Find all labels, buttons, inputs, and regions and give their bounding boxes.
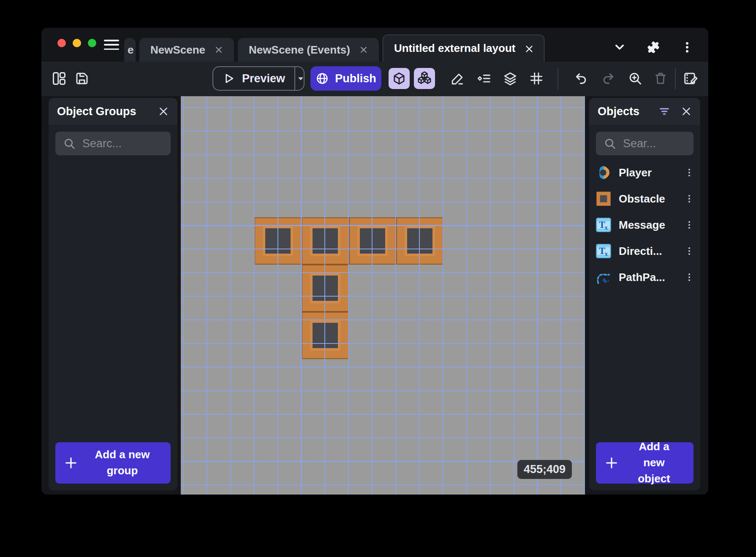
edit-scene-icon[interactable] — [680, 68, 702, 89]
redo-icon[interactable] — [597, 68, 619, 89]
traffic-lights — [57, 39, 96, 47]
preview-dropdown-button[interactable] — [294, 67, 306, 90]
maximize-window-button[interactable] — [88, 39, 96, 47]
close-window-button[interactable] — [57, 39, 66, 47]
tab-hidden-partial[interactable]: e — [124, 38, 136, 62]
object-groups-panel: Object Groups Add a new group — [49, 98, 177, 490]
obstacle-sprite-icon — [595, 190, 612, 207]
object-groups-title: Object Groups — [57, 105, 150, 118]
extensions-puzzle-icon[interactable] — [647, 41, 660, 54]
obstacle-tile-instance[interactable] — [254, 217, 302, 265]
content-area: 455;409 Object Groups Add a new group — [41, 96, 708, 495]
single-instance-cube-icon[interactable] — [389, 68, 410, 89]
close-tab-icon[interactable] — [215, 46, 223, 54]
plus-icon — [64, 456, 78, 470]
object-label: Player — [619, 166, 677, 179]
preview-label: Preview — [242, 72, 285, 85]
tab-label: NewScene (Events) — [249, 43, 350, 57]
objects-panel: Objects Player — [589, 98, 700, 490]
search-input[interactable] — [623, 137, 686, 150]
object-groups-list — [49, 160, 177, 435]
obstacle-tile-instance[interactable] — [302, 265, 349, 312]
object-row-directions[interactable]: Tx Directi... — [589, 238, 700, 264]
grid-icon[interactable] — [525, 68, 547, 89]
hamburger-menu-icon[interactable] — [104, 40, 119, 50]
tab-bar: e NewScene NewScene (Events) Untitled ex… — [124, 35, 544, 62]
object-label: PathPa... — [619, 271, 677, 284]
play-icon — [223, 72, 235, 85]
object-label: Directi... — [619, 245, 677, 258]
object-groups-header: Object Groups — [49, 98, 177, 125]
close-panel-icon[interactable] — [681, 106, 692, 117]
close-panel-icon[interactable] — [158, 106, 169, 117]
delete-trash-icon[interactable] — [650, 68, 672, 89]
multiple-instances-cubes-icon[interactable] — [414, 68, 435, 89]
tab-untitled-external-layout[interactable]: Untitled external layout — [383, 35, 545, 62]
add-group-label: Add a new group — [82, 447, 162, 479]
text-object-icon: Tx — [595, 243, 612, 260]
object-row-pathpaint[interactable]: PathPa... — [589, 264, 700, 290]
add-group-button[interactable]: Add a new group — [55, 442, 171, 484]
filter-icon[interactable] — [658, 105, 671, 118]
titlebar-actions — [613, 41, 694, 54]
obstacle-tile-instance[interactable] — [396, 217, 443, 265]
undo-icon[interactable] — [570, 68, 592, 89]
toolbar: Preview Publish — [41, 62, 708, 96]
instances-list-icon[interactable] — [473, 68, 495, 89]
tab-label: Untitled external layout — [394, 42, 516, 55]
objects-header: Objects — [589, 98, 700, 125]
object-menu-icon[interactable] — [684, 167, 694, 178]
scene-canvas[interactable]: 455;409 — [181, 96, 585, 495]
chevron-down-icon[interactable] — [613, 41, 626, 54]
objects-search[interactable] — [596, 132, 693, 155]
text-object-icon: Tx — [595, 216, 612, 233]
titlebar: e NewScene NewScene (Events) Untitled ex… — [41, 28, 708, 62]
close-tab-icon[interactable] — [359, 46, 368, 54]
preview-main[interactable]: Preview — [213, 72, 294, 85]
path-paint-icon — [595, 269, 612, 286]
cursor-coordinates-badge: 455;409 — [517, 460, 572, 479]
publish-label: Publish — [335, 72, 376, 85]
toolbar-divider — [675, 68, 676, 89]
svg-text:x: x — [605, 250, 608, 257]
player-sprite-icon — [595, 164, 612, 181]
plus-icon — [604, 456, 619, 470]
tab-label: NewScene — [150, 43, 205, 57]
obstacle-tile-instance[interactable] — [302, 217, 349, 265]
edit-pencil-icon[interactable] — [447, 68, 469, 89]
object-row-obstacle[interactable]: Obstacle — [589, 186, 700, 212]
search-input[interactable] — [82, 137, 163, 150]
add-object-label: Add a new object — [623, 439, 685, 487]
add-object-button[interactable]: Add a new object — [596, 442, 693, 484]
app-window: e NewScene NewScene (Events) Untitled ex… — [41, 28, 708, 495]
object-row-player[interactable]: Player — [589, 160, 700, 186]
caret-down-icon — [295, 73, 306, 84]
tab-newscene-events[interactable]: NewScene (Events) — [238, 38, 379, 62]
publish-button[interactable]: Publish — [310, 66, 381, 91]
obstacle-tile-instance[interactable] — [302, 312, 349, 359]
objects-title: Objects — [598, 105, 650, 118]
object-groups-search[interactable] — [55, 132, 171, 155]
close-tab-icon[interactable] — [525, 44, 533, 53]
object-menu-icon[interactable] — [684, 193, 694, 205]
minimize-window-button[interactable] — [73, 39, 81, 47]
toggle-panels-icon[interactable] — [48, 68, 70, 89]
object-menu-icon[interactable] — [684, 271, 694, 283]
globe-icon — [315, 72, 329, 85]
search-icon — [63, 137, 76, 150]
object-menu-icon[interactable] — [684, 219, 694, 231]
save-icon[interactable] — [71, 68, 93, 89]
object-row-message[interactable]: Tx Message — [589, 212, 700, 238]
more-options-icon[interactable] — [680, 41, 694, 54]
layers-icon[interactable] — [499, 68, 521, 89]
object-menu-icon[interactable] — [684, 245, 694, 257]
preview-button[interactable]: Preview — [212, 66, 305, 91]
tab-newscene[interactable]: NewScene — [139, 38, 234, 62]
tab-label: e — [128, 43, 133, 57]
search-icon — [604, 137, 616, 150]
obstacle-tile-instance[interactable] — [349, 217, 396, 265]
svg-text:x: x — [605, 224, 608, 231]
object-label: Message — [619, 219, 677, 232]
zoom-in-icon[interactable] — [624, 68, 646, 89]
objects-list: Player Obstacle Tx — [589, 160, 700, 435]
